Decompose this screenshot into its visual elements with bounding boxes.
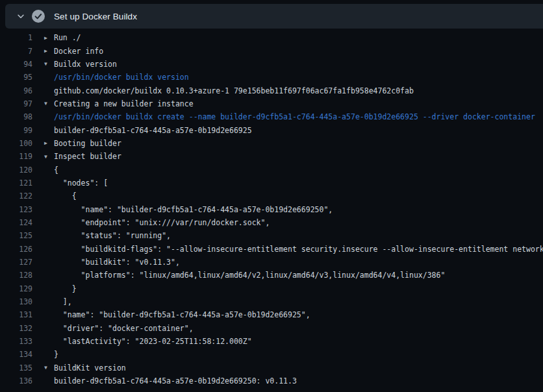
- line-number[interactable]: 136: [0, 376, 32, 386]
- log-line-row: 130 ],: [0, 295, 543, 308]
- log-line-row: 133 "lastActivity": "2023-02-25T11:58:12…: [0, 335, 543, 348]
- log-line-row: 120{: [0, 163, 543, 176]
- line-number[interactable]: 99: [0, 126, 32, 135]
- output-text: ],: [44, 297, 72, 306]
- line-number[interactable]: 122: [0, 191, 32, 201]
- line-number[interactable]: 125: [0, 231, 32, 240]
- output-text: }: [44, 350, 58, 359]
- group-title: Docker info: [54, 47, 103, 56]
- check-circle-icon: [31, 9, 45, 23]
- output-text: }: [44, 284, 77, 293]
- output-text: "endpoint": "unix:///var/run/docker.sock…: [44, 218, 270, 227]
- command-text: /usr/bin/docker buildx create --name bui…: [44, 112, 535, 121]
- line-number[interactable]: 121: [0, 178, 32, 188]
- log-line-row: 131 "name": "builder-d9cfb5a1-c764-445a-…: [0, 308, 543, 321]
- log-group-row[interactable]: 94▼Buildx version: [0, 58, 543, 71]
- log-line-row: 127 "buildkit": "v0.11.3",: [0, 256, 543, 269]
- log-line-row: 124 "endpoint": "unix:///var/run/docker.…: [0, 216, 543, 229]
- line-number[interactable]: 1: [0, 33, 32, 42]
- output-text: "buildkit": "v0.11.3",: [44, 258, 180, 267]
- line-number[interactable]: 127: [0, 258, 32, 267]
- output-text: "lastActivity": "2023-02-25T11:58:12.000…: [44, 337, 252, 346]
- log-group-row[interactable]: 135▼BuildKit version: [0, 361, 543, 374]
- group-title: Run ./: [54, 33, 81, 42]
- line-number[interactable]: 98: [0, 112, 32, 121]
- line-number[interactable]: 134: [0, 350, 32, 359]
- log-line-row: 129 }: [0, 282, 543, 295]
- step-title: Set up Docker Buildx: [54, 12, 137, 21]
- output-text: builder-d9cfb5a1-c764-445a-a57e-0b19d2e6…: [44, 126, 252, 135]
- log-line-row: 95/usr/bin/docker buildx version: [0, 71, 543, 84]
- line-number[interactable]: 94: [0, 60, 32, 69]
- triangle-expanded-icon[interactable]: ▼: [44, 61, 54, 67]
- log-line-row: 128 "platforms": "linux/amd64,linux/amd6…: [0, 269, 543, 282]
- log-line-row: 123 "name": "builder-d9cfb5a1-c764-445a-…: [0, 202, 543, 215]
- line-number[interactable]: 123: [0, 205, 32, 214]
- line-number[interactable]: 131: [0, 310, 32, 319]
- log-line-row: 136builder-d9cfb5a1-c764-445a-a57e-0b19d…: [0, 374, 543, 387]
- log-line-row: 126 "buildkitd-flags": "--allow-insecure…: [0, 243, 543, 256]
- group-title: Booting builder: [54, 139, 121, 148]
- log-lines: 1▶Run ./7▶Docker info94▼Buildx version95…: [0, 31, 543, 387]
- output-text: "name": "builder-d9cfb5a1-c764-445a-a57e…: [44, 310, 310, 319]
- line-number[interactable]: 128: [0, 271, 32, 280]
- log-group-row[interactable]: 100▶Booting builder: [0, 137, 543, 150]
- output-text: "driver": "docker-container",: [44, 324, 194, 333]
- output-text: "buildkitd-flags": "--allow-insecure-ent…: [44, 245, 543, 254]
- line-number[interactable]: 126: [0, 245, 32, 254]
- log-line-row: 134}: [0, 348, 543, 361]
- triangle-expanded-icon[interactable]: ▼: [44, 154, 54, 160]
- log-group-row[interactable]: 1▶Run ./: [0, 31, 543, 44]
- triangle-expanded-icon[interactable]: ▼: [44, 101, 54, 106]
- log-line-row: 125 "status": "running",: [0, 229, 543, 242]
- line-number[interactable]: 133: [0, 337, 32, 346]
- log-group-row[interactable]: 97▼Creating a new builder instance: [0, 97, 543, 110]
- triangle-collapsed-icon[interactable]: ▶: [44, 35, 54, 41]
- line-number[interactable]: 7: [0, 47, 32, 56]
- line-number[interactable]: 119: [0, 152, 32, 161]
- output-text: {: [44, 165, 58, 175]
- log-line-row: 122 {: [0, 190, 543, 202]
- step-header[interactable]: Set up Docker Buildx: [5, 4, 543, 29]
- line-number[interactable]: 96: [0, 86, 32, 95]
- group-title: Inspect builder: [54, 152, 121, 161]
- log-line-row: 121 "nodes": [: [0, 177, 543, 190]
- line-number[interactable]: 95: [0, 73, 32, 82]
- log-line-row: 132 "driver": "docker-container",: [0, 322, 543, 335]
- output-text: {: [44, 191, 77, 201]
- group-title: Creating a new builder instance: [54, 99, 194, 108]
- chevron-down-icon[interactable]: [16, 11, 26, 21]
- triangle-collapsed-icon[interactable]: ▶: [44, 140, 54, 146]
- triangle-collapsed-icon[interactable]: ▶: [44, 48, 54, 54]
- triangle-expanded-icon[interactable]: ▼: [44, 365, 54, 371]
- line-number[interactable]: 120: [0, 165, 32, 175]
- log-line-row: 99builder-d9cfb5a1-c764-445a-a57e-0b19d2…: [0, 123, 543, 136]
- output-text: github.com/docker/buildx 0.10.3+azure-1 …: [44, 86, 414, 95]
- output-text: builder-d9cfb5a1-c764-445a-a57e-0b19d2e6…: [44, 376, 297, 386]
- line-number[interactable]: 100: [0, 139, 32, 148]
- log-line-row: 96github.com/docker/buildx 0.10.3+azure-…: [0, 84, 543, 97]
- output-text: "platforms": "linux/amd64,linux/amd64/v2…: [44, 271, 445, 280]
- line-number[interactable]: 97: [0, 99, 32, 108]
- output-text: "status": "running",: [44, 231, 171, 240]
- line-number[interactable]: 124: [0, 218, 32, 227]
- line-number[interactable]: 132: [0, 324, 32, 333]
- line-number[interactable]: 130: [0, 297, 32, 306]
- group-title: BuildKit version: [54, 363, 126, 373]
- line-number[interactable]: 129: [0, 284, 32, 293]
- group-title: Buildx version: [54, 60, 117, 69]
- log-line-row: 98/usr/bin/docker buildx create --name b…: [0, 110, 543, 123]
- line-number[interactable]: 135: [0, 363, 32, 373]
- output-text: "name": "builder-d9cfb5a1-c764-445a-a57e…: [44, 205, 333, 214]
- command-text: /usr/bin/docker buildx version: [44, 73, 189, 82]
- log-group-row[interactable]: 119▼Inspect builder: [0, 150, 543, 163]
- output-text: "nodes": [: [44, 178, 108, 188]
- log-group-row[interactable]: 7▶Docker info: [0, 44, 543, 57]
